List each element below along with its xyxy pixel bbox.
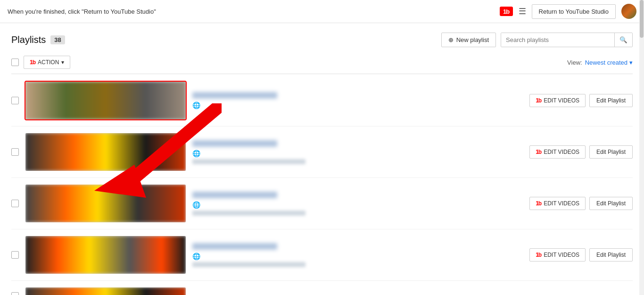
edit-videos-yt-logo-4: 1b xyxy=(536,252,541,258)
edit-videos-button-4[interactable]: 1b EDIT VIDEOS xyxy=(529,248,586,261)
playlist-sub-3 xyxy=(192,211,305,216)
playlist-info-1: 🌐 xyxy=(192,92,523,109)
action-button[interactable]: 1b ACTION ▾ xyxy=(24,56,70,69)
edit-videos-label-4: EDIT VIDEOS xyxy=(544,252,579,258)
playlist-name-2 xyxy=(192,140,277,147)
edit-videos-yt-logo-3: 1b xyxy=(536,200,541,207)
playlist-checkbox-3[interactable] xyxy=(11,200,19,207)
visibility-globe-icon-3: 🌐 xyxy=(192,201,200,209)
playlist-name-1 xyxy=(192,92,277,99)
edit-videos-button-1[interactable]: 1b EDIT VIDEOS xyxy=(529,94,586,107)
edit-playlist-button-1[interactable]: Edit Playlist xyxy=(589,94,633,107)
playlist-name-4 xyxy=(192,243,277,250)
playlist-count-badge: 38 xyxy=(50,35,65,44)
edit-videos-label-3: EDIT VIDEOS xyxy=(544,200,579,207)
row-actions-3: 1b EDIT VIDEOS Edit Playlist xyxy=(529,197,633,210)
edit-playlist-button-4[interactable]: Edit Playlist xyxy=(589,248,633,261)
playlist-info-4: 🌐 xyxy=(192,243,523,267)
playlist-row: 🌐 1b EDIT VIDEOS Edit Playlist xyxy=(11,229,633,281)
new-playlist-button[interactable]: ⊕ New playlist xyxy=(441,33,496,47)
yt-logo-icon: 1b xyxy=(500,7,513,16)
playlist-row-partial xyxy=(11,281,633,295)
row-actions-4: 1b EDIT VIDEOS Edit Playlist xyxy=(529,248,633,261)
topbar-notice: When you're finished, click "Return to Y… xyxy=(8,8,156,15)
playlist-thumbnail-3[interactable] xyxy=(25,185,186,222)
sort-button[interactable]: Newest created ▾ xyxy=(585,59,633,66)
toolbar-left: 1b ACTION ▾ xyxy=(11,56,70,69)
divider xyxy=(11,74,633,74)
toolbar-row: 1b ACTION ▾ View: Newest created ▾ xyxy=(11,56,633,69)
playlist-meta-2: 🌐 xyxy=(192,150,523,157)
playlist-row-checkbox-5[interactable] xyxy=(11,292,19,295)
playlist-thumbnail-4[interactable] xyxy=(25,236,186,274)
playlist-list: 🌐 1b EDIT VIDEOS Edit Playlist 🌐 1b xyxy=(11,75,633,295)
avatar[interactable] xyxy=(621,4,636,19)
topbar: When you're finished, click "Return to Y… xyxy=(0,0,644,23)
playlist-info-2: 🌐 xyxy=(192,140,523,164)
edit-videos-label-2: EDIT VIDEOS xyxy=(544,149,579,155)
header-actions: ⊕ New playlist 🔍 xyxy=(441,33,633,47)
playlists-header: Playlists 38 ⊕ New playlist 🔍 xyxy=(11,33,633,47)
playlists-title-area: Playlists 38 xyxy=(11,34,65,45)
return-to-studio-button[interactable]: Return to YouTube Studio xyxy=(532,4,616,19)
action-chevron-icon: ▾ xyxy=(61,59,64,66)
sort-chevron-icon: ▾ xyxy=(629,59,633,66)
search-icon: 🔍 xyxy=(619,36,627,43)
edit-playlist-button-3[interactable]: Edit Playlist xyxy=(589,197,633,210)
playlist-sub-4 xyxy=(192,262,305,267)
playlist-thumbnail-1[interactable] xyxy=(25,82,186,119)
edit-videos-yt-logo-1: 1b xyxy=(536,97,541,104)
playlist-info-3: 🌐 xyxy=(192,192,523,216)
edit-videos-button-2[interactable]: 1b EDIT VIDEOS xyxy=(529,145,586,159)
visibility-globe-icon-1: 🌐 xyxy=(192,101,200,109)
visibility-globe-icon-2: 🌐 xyxy=(192,150,200,157)
playlist-row: 🌐 1b EDIT VIDEOS Edit Playlist xyxy=(11,126,633,178)
topbar-right: 1b ☰ Return to YouTube Studio xyxy=(500,4,636,19)
playlist-sub-2 xyxy=(192,159,305,164)
visibility-globe-icon-4: 🌐 xyxy=(192,253,200,260)
playlist-checkbox-2[interactable] xyxy=(11,148,19,156)
playlist-meta-3: 🌐 xyxy=(192,201,523,209)
playlist-row: 🌐 1b EDIT VIDEOS Edit Playlist xyxy=(11,75,633,126)
playlist-meta-4: 🌐 xyxy=(192,253,523,260)
row-actions-1: 1b EDIT VIDEOS Edit Playlist xyxy=(529,94,633,107)
playlist-name-3 xyxy=(192,192,277,198)
select-all-checkbox[interactable] xyxy=(11,59,19,66)
plus-icon: ⊕ xyxy=(448,36,454,43)
action-yt-logo: 1b xyxy=(30,59,35,66)
playlist-checkbox-4[interactable] xyxy=(11,251,19,259)
edit-videos-yt-logo-2: 1b xyxy=(536,149,541,155)
edit-videos-label-1: EDIT VIDEOS xyxy=(544,97,579,104)
main-content: Playlists 38 ⊕ New playlist 🔍 1b ACTION … xyxy=(0,23,644,295)
playlist-meta-1: 🌐 xyxy=(192,101,523,109)
row-actions-2: 1b EDIT VIDEOS Edit Playlist xyxy=(529,145,633,159)
playlist-checkbox-1[interactable] xyxy=(11,97,19,104)
view-sort: View: Newest created ▾ xyxy=(567,59,633,66)
scrollbar-track[interactable] xyxy=(639,0,644,295)
menu-icon[interactable]: ☰ xyxy=(519,6,526,17)
edit-videos-button-3[interactable]: 1b EDIT VIDEOS xyxy=(529,197,586,210)
playlist-thumbnail-5[interactable] xyxy=(25,287,186,295)
playlists-title: Playlists xyxy=(11,34,46,45)
search-input[interactable] xyxy=(501,33,614,47)
search-box: 🔍 xyxy=(501,33,633,47)
scrollbar-thumb[interactable] xyxy=(640,0,644,38)
search-button[interactable]: 🔍 xyxy=(614,33,632,47)
edit-playlist-button-2[interactable]: Edit Playlist xyxy=(589,145,633,159)
playlist-row: 🌐 1b EDIT VIDEOS Edit Playlist xyxy=(11,178,633,229)
playlist-thumbnail-2[interactable] xyxy=(25,133,186,171)
